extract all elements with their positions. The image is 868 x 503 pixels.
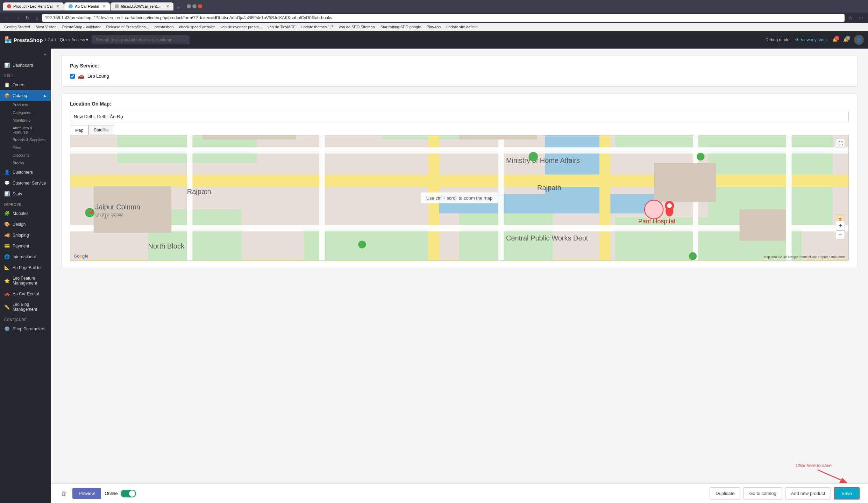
ps-icon: 🏪 <box>4 36 12 44</box>
sidebar-label-shop-params: Shop Parameters <box>13 326 45 331</box>
svg-text:जयपुर स्तम्भ: जयपुर स्तम्भ <box>95 212 123 219</box>
tab-close-1[interactable]: ✕ <box>56 4 59 9</box>
bookmark-getting-started[interactable]: Getting Started <box>3 24 31 30</box>
browser-tab-3[interactable]: file:///D:/CW/car_rental/guide/ap... ✕ <box>111 2 173 10</box>
notification-bell-2[interactable]: 🔔 0 <box>843 37 848 42</box>
address-bar[interactable] <box>42 14 845 22</box>
sidebar-sub-attributes[interactable]: Attributes & Features <box>10 124 51 136</box>
sidebar-item-shipping[interactable]: 🚚 Shipping <box>0 230 51 240</box>
sidebar-item-ap-pagebuilder[interactable]: 📐 Ap PageBuilder <box>0 262 51 273</box>
map-tab-satellite[interactable]: Satellite <box>88 125 114 135</box>
nav-bookmark[interactable]: ☆ <box>847 14 855 21</box>
bookmark-play-top[interactable]: Play-top <box>425 24 442 30</box>
sidebar-item-dashboard[interactable]: 📊 Dashboard <box>0 60 51 71</box>
svg-text:Central Public Works Dept: Central Public Works Dept <box>506 234 588 242</box>
bookmark-most-visited[interactable]: Most Visited <box>34 24 58 30</box>
bookmark-release[interactable]: Release of PrestaShop... <box>105 24 150 30</box>
svg-rect-10 <box>545 135 607 202</box>
browser-tab-1[interactable]: Product • Leo Rent Car ✕ <box>3 2 64 10</box>
sidebar-item-customer-service[interactable]: 💬 Customer Service <box>0 178 51 188</box>
sidebar-item-stats[interactable]: 📊 Stats <box>0 188 51 199</box>
sidebar-sub-stocks[interactable]: Stocks <box>10 159 51 167</box>
window-close[interactable] <box>198 4 202 8</box>
sidebar-sub-monitoring[interactable]: Monitoring <box>10 116 51 124</box>
user-avatar[interactable]: 👤 <box>854 35 864 45</box>
sidebar-item-leo-feature[interactable]: ⭐ Leo Feature Management <box>0 273 51 288</box>
sidebar-item-modules[interactable]: 🧩 Modules <box>0 208 51 219</box>
bookmark-check-speed[interactable]: check speed website <box>178 24 216 30</box>
sidebar-label-stats: Stats <box>13 192 22 196</box>
tab-close-3[interactable]: ✕ <box>166 4 169 9</box>
nav-forward[interactable]: → <box>13 14 22 21</box>
sidebar-label-leo-feature: Leo Feature Management <box>13 276 47 286</box>
browser-tab-2[interactable]: Ap Car Rental ✕ <box>64 2 110 10</box>
nav-home[interactable]: ⌂ <box>34 14 40 21</box>
sidebar-toggle[interactable]: « <box>0 49 51 60</box>
map-fullscreen-button[interactable]: ⛶ <box>836 139 845 148</box>
bookmark-update-site[interactable]: update site definin <box>445 24 479 30</box>
sidebar-label-shipping: Shipping <box>13 233 29 238</box>
sidebar-sub-files[interactable]: Files <box>10 144 51 151</box>
map-zoom-out[interactable]: − <box>836 230 845 239</box>
add-new-product-button[interactable]: Add new product <box>785 487 831 500</box>
notification-bell[interactable]: 🔔 1 <box>832 37 838 42</box>
tab-label-3: file:///D:/CW/car_rental/guide/ap... <box>121 4 163 8</box>
bookmark-update-themes[interactable]: update themes 1.7 <box>300 24 335 30</box>
sidebar-sub-discounts[interactable]: Discounts <box>10 151 51 159</box>
sidebar-label-leo-blog: Leo Blog Management <box>13 302 47 312</box>
tab-favicon-1 <box>7 4 11 8</box>
svg-text:Ministry of Home Affairs: Ministry of Home Affairs <box>506 157 580 164</box>
sidebar-item-customers[interactable]: 👤 Customers <box>0 167 51 178</box>
save-button[interactable]: Save <box>834 487 860 500</box>
content-area: Pay Service: 🚗 Leo Loung Location On Map… <box>51 49 868 503</box>
sidebar-item-ap-car-rental[interactable]: 🚗 Ap Car Rental <box>0 288 51 299</box>
tab-close-2[interactable]: ✕ <box>102 4 106 9</box>
sidebar-sub-products[interactable]: Products <box>10 101 51 109</box>
nav-reload[interactable]: ↻ <box>24 14 31 21</box>
map-google-logo: Google <box>74 254 88 259</box>
sidebar-section-improve: IMPROVE <box>0 199 51 208</box>
bookmark-tinymce[interactable]: van de TinyMCE <box>266 24 297 30</box>
sidebar-item-leo-blog[interactable]: ✏️ Leo Blog Management <box>0 299 51 315</box>
sidebar-item-payment[interactable]: 💳 Payment <box>0 240 51 251</box>
go-to-catalog-button[interactable]: Go to catalog <box>743 487 782 500</box>
view-shop-link[interactable]: 👁 View my shop <box>795 37 827 42</box>
online-switch[interactable]: ✓ <box>121 490 136 497</box>
nav-back[interactable]: ← <box>3 14 11 21</box>
top-search-input[interactable] <box>92 35 190 44</box>
bookmark-prestashop[interactable]: prestashop <box>153 24 175 30</box>
sidebar-item-international[interactable]: 🌐 International <box>0 251 51 262</box>
bookmark-seo-sitemap[interactable]: van de SEO Sitemap <box>337 24 376 30</box>
nav-menu[interactable]: ⋯ <box>857 14 865 21</box>
map-container[interactable]: State Bank of India Fountain Rail Bhavan… <box>70 135 849 261</box>
map-tab-map[interactable]: Map <box>70 125 88 135</box>
browser-nav: ← → ↻ ⌂ ☆ ⋯ <box>0 13 868 23</box>
debug-mode-link[interactable]: Debug mode <box>766 37 790 42</box>
window-minimize[interactable] <box>187 4 191 8</box>
duplicate-button[interactable]: Duplicate <box>710 487 740 500</box>
delete-button[interactable]: 🗑 <box>59 488 69 499</box>
sidebar-item-design[interactable]: 🎨 Design <box>0 219 51 230</box>
bookmark-van-de-overider[interactable]: van de overider presta... <box>219 24 263 30</box>
sidebar-label-international: International <box>13 254 36 259</box>
sidebar: « 📊 Dashboard SELL 📋 Orders 📦 Catalog ▲ … <box>0 49 51 503</box>
quick-access-menu[interactable]: Quick Access ▾ <box>60 37 88 42</box>
sidebar-item-catalog[interactable]: 📦 Catalog ▲ <box>0 90 51 101</box>
svg-rect-14 <box>599 135 610 260</box>
bookmark-prestashop-validator[interactable]: PrestaShop - Validator <box>61 24 102 30</box>
sidebar-item-shop-params[interactable]: ⚙️ Shop Parameters <box>0 323 51 334</box>
sidebar-sub-brands[interactable]: Brands & Suppliers <box>10 136 51 144</box>
svg-point-59 <box>358 240 366 248</box>
svg-rect-20 <box>498 135 504 260</box>
window-restore[interactable] <box>192 4 197 8</box>
bookmark-star-rating[interactable]: Star ratting SEO google <box>379 24 422 30</box>
sidebar-section-configure: CONFIGURE <box>0 315 51 323</box>
sidebar-sub-categories[interactable]: Categories <box>10 109 51 116</box>
pay-service-checkbox[interactable] <box>70 74 75 79</box>
preview-button[interactable]: Preview <box>72 488 101 499</box>
new-tab-button[interactable]: + <box>174 4 182 10</box>
location-input[interactable] <box>70 111 849 122</box>
browser-tabs: Product • Leo Rent Car ✕ Ap Car Rental ✕… <box>3 2 182 10</box>
sidebar-item-orders[interactable]: 📋 Orders <box>0 79 51 90</box>
map-zoom-in[interactable]: + <box>836 221 845 230</box>
